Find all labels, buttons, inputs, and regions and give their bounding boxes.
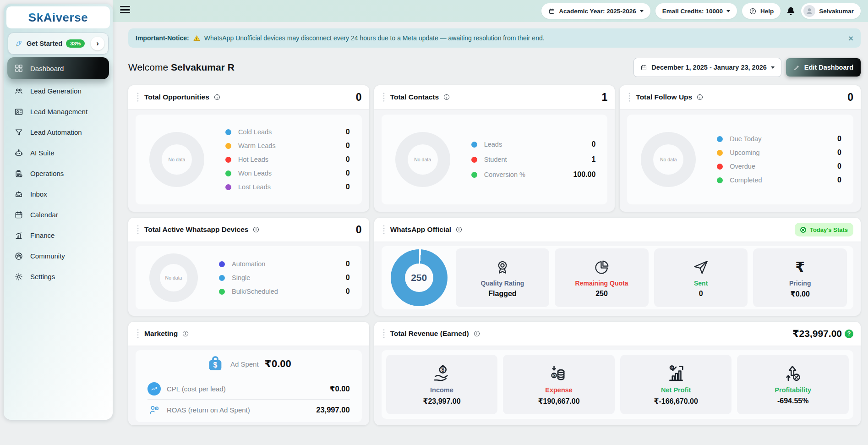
legend-value: 0 bbox=[591, 140, 595, 148]
edit-dashboard-label: Edit Dashboard bbox=[804, 64, 853, 71]
card-total-revenue: Total Revenue (Earned) ₹23,997.00 ? Inco… bbox=[374, 322, 861, 425]
legend-value: 1 bbox=[591, 155, 595, 164]
card-title: Marketing bbox=[144, 330, 178, 338]
sidebar-item-label: Settings bbox=[30, 273, 55, 280]
help-label: Help bbox=[760, 8, 774, 15]
legend-dot bbox=[219, 275, 225, 281]
sidebar-item-operations[interactable]: Operations bbox=[4, 163, 113, 184]
legend: Automation 0 Single 0 Bulk/Scheduled 0 bbox=[219, 257, 350, 298]
card-header: Total Contacts 1 bbox=[374, 85, 615, 109]
drag-handle-icon[interactable] bbox=[627, 92, 632, 102]
legend-value: 0 bbox=[346, 155, 350, 164]
chevron-down-icon bbox=[726, 10, 730, 12]
stat-tile-sent: Sent 0 bbox=[654, 248, 748, 307]
legend-label: Upcoming bbox=[730, 149, 759, 156]
welcome-row: Welcome Selvakumar R December 1, 2025 - … bbox=[128, 58, 861, 77]
coins-icon bbox=[549, 364, 569, 383]
legend-dot bbox=[717, 164, 723, 170]
legend-row: Conversion % 100.00 bbox=[471, 167, 596, 182]
bell-icon[interactable] bbox=[786, 6, 796, 16]
drag-handle-icon[interactable] bbox=[136, 329, 140, 339]
drag-handle-icon[interactable] bbox=[382, 225, 386, 235]
chart-panel: No data Cold Leads 0 Warm Leads 0 bbox=[136, 115, 362, 204]
date-range-value: December 1, 2025 - January 23, 2026 bbox=[651, 64, 767, 71]
paper-plane-icon bbox=[692, 258, 710, 277]
question-circle-icon bbox=[749, 7, 757, 15]
info-icon[interactable] bbox=[696, 93, 704, 101]
warning-icon bbox=[193, 34, 201, 42]
academic-year-dropdown[interactable]: Academic Year: 2025-2026 bbox=[541, 3, 650, 19]
user-name: Selvakumar bbox=[819, 8, 854, 15]
stat-value: 250 bbox=[595, 290, 608, 298]
card-marketing: Marketing Ad Spent ₹0.00 CPL (cost per l… bbox=[128, 322, 369, 425]
sidebar-item-inbox[interactable]: Inbox bbox=[4, 184, 113, 204]
progress-badge: 33% bbox=[66, 39, 85, 48]
todays-stats-badge[interactable]: Today's Stats bbox=[795, 223, 853, 236]
user-menu[interactable]: Selvakumar bbox=[801, 3, 861, 19]
card-header: Total Follow Ups 0 bbox=[620, 85, 861, 109]
sidebar-item-settings[interactable]: Settings bbox=[4, 266, 113, 287]
legend-row: Completed 0 bbox=[717, 173, 841, 187]
drag-handle-icon[interactable] bbox=[382, 329, 386, 339]
legend-row: Cold Leads 0 bbox=[225, 125, 350, 139]
stat-value: 0 bbox=[699, 290, 703, 298]
info-icon[interactable] bbox=[455, 226, 463, 233]
legend-value: 0 bbox=[346, 169, 350, 177]
legend-label: Completed bbox=[730, 176, 762, 184]
sidebar-item-lead-generation[interactable]: Lead Generation bbox=[4, 81, 113, 101]
legend-value: 0 bbox=[346, 183, 350, 191]
sidebar-item-label: Community bbox=[30, 252, 65, 260]
roas-row: ROAS (return on Ad Spent) 23,997.00 bbox=[147, 399, 350, 420]
donut-chart: No data bbox=[395, 132, 450, 187]
welcome-user-name: Selvakumar R bbox=[171, 62, 235, 72]
chevron-right-icon[interactable]: › bbox=[91, 37, 104, 50]
info-icon[interactable] bbox=[213, 93, 221, 101]
ad-spent-label: Ad Spent bbox=[230, 360, 259, 368]
dashboard-page: Academic Year: 2025-2026 Email Credits: … bbox=[0, 0, 868, 445]
legend: Cold Leads 0 Warm Leads 0 Hot Leads 0 bbox=[225, 125, 350, 194]
sidebar-item-community[interactable]: Community bbox=[4, 246, 113, 266]
sidebar-item-lead-automation[interactable]: Lead Automation bbox=[4, 122, 113, 143]
menu-toggle-button[interactable] bbox=[120, 6, 130, 15]
email-credits-label: Email Credits: 10000 bbox=[662, 8, 723, 15]
info-icon[interactable] bbox=[252, 226, 260, 233]
drag-handle-icon[interactable] bbox=[136, 225, 140, 235]
card-title: Total Contacts bbox=[390, 93, 439, 101]
trend-up-icon bbox=[147, 382, 161, 396]
drag-handle-icon[interactable] bbox=[382, 92, 386, 102]
info-icon[interactable] bbox=[443, 93, 450, 101]
quota-donut-chart: 250 bbox=[391, 249, 448, 306]
legend-label: Warm Leads bbox=[238, 142, 276, 149]
percent-up-icon bbox=[783, 364, 803, 383]
email-credits-dropdown[interactable]: Email Credits: 10000 bbox=[655, 3, 737, 19]
sidebar-item-lead-management[interactable]: Lead Management bbox=[4, 101, 113, 122]
date-range-picker[interactable]: December 1, 2025 - January 23, 2026 bbox=[633, 58, 781, 77]
stat-value: ₹190,667.00 bbox=[538, 397, 579, 406]
info-icon[interactable] bbox=[473, 330, 480, 337]
sidebar-item-label: Operations bbox=[30, 170, 64, 177]
sidebar-nav: Dashboard Lead Generation Lead Managemen… bbox=[4, 57, 113, 287]
edit-dashboard-button[interactable]: Edit Dashboard bbox=[786, 58, 861, 77]
legend-label: Leads bbox=[484, 141, 502, 148]
sidebar-item-calendar[interactable]: Calendar bbox=[4, 204, 113, 225]
drag-handle-icon[interactable] bbox=[136, 92, 140, 102]
sidebar-item-label: AI Suite bbox=[30, 149, 55, 157]
get-started-button[interactable]: Get Started 33% › bbox=[8, 33, 109, 55]
close-icon[interactable]: × bbox=[848, 34, 853, 43]
chart-panel: No data Due Today 0 Upcoming 0 bbox=[627, 115, 853, 204]
sidebar-item-ai-suite[interactable]: AI Suite bbox=[4, 143, 113, 163]
sidebar-item-label: Lead Management bbox=[30, 108, 87, 115]
stat-value: -694.55% bbox=[777, 397, 809, 405]
sidebar-item-finance[interactable]: Finance bbox=[4, 225, 113, 246]
sidebar-item-dashboard[interactable]: Dashboard bbox=[7, 57, 109, 79]
card-header: Total Opportunities 0 bbox=[128, 85, 369, 109]
card-title: WhatsApp Official bbox=[390, 225, 451, 234]
legend-dot bbox=[225, 170, 231, 176]
info-icon[interactable] bbox=[182, 330, 189, 337]
no-data-label: No data bbox=[408, 144, 438, 175]
card-whatsapp-devices: Total Active Whatsapp Devices 0 No data … bbox=[128, 218, 369, 316]
help-badge-icon[interactable]: ? bbox=[845, 330, 853, 338]
help-button[interactable]: Help bbox=[742, 3, 781, 19]
stat-value: Flagged bbox=[488, 290, 516, 298]
revenue-stats-panel: Income ₹23,997.00 Expense ₹190,667.00 Ne… bbox=[382, 350, 853, 419]
